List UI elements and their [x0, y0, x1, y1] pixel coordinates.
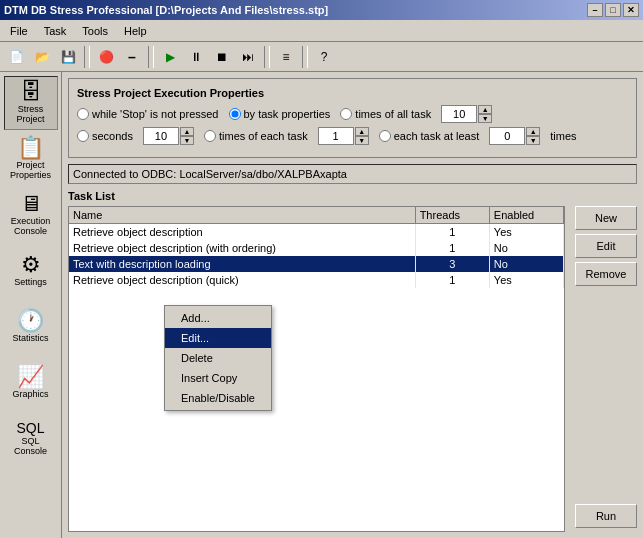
col-enabled-header: Enabled [489, 207, 563, 224]
sidebar-item-execution-console[interactable]: 🖥 Execution Console [4, 188, 58, 242]
tb-separator-2 [148, 46, 154, 68]
sidebar-item-project-properties[interactable]: 📋 Project Properties [4, 132, 58, 186]
context-menu-enable-disable[interactable]: Enable/Disable [165, 388, 271, 408]
radio-by-task-props-label: by task properties [244, 108, 331, 120]
table-row[interactable]: Retrieve object description (quick)1Yes [69, 272, 564, 288]
radio-seconds-input[interactable] [77, 130, 89, 142]
tb-step-button[interactable]: ⏭ [236, 45, 260, 69]
radio-times-each-task[interactable]: times of each task [204, 130, 308, 142]
task-list-container[interactable]: Name Threads Enabled Retrieve object des… [68, 206, 565, 532]
tb-run-button[interactable]: ▶ [158, 45, 182, 69]
tb-separator-1 [84, 46, 90, 68]
execution-properties-section: Stress Project Execution Properties whil… [68, 78, 637, 158]
each-task-at-least-spin: ▲ ▼ [489, 127, 540, 145]
each-task-at-least-spin-down[interactable]: ▼ [526, 136, 540, 145]
radio-while-stop-input[interactable] [77, 108, 89, 120]
table-row[interactable]: Retrieve object description1Yes [69, 224, 564, 241]
task-name-cell: Text with description loading [69, 256, 415, 272]
each-task-at-least-input[interactable] [489, 127, 525, 145]
radio-seconds-label: seconds [92, 130, 133, 142]
times-all-task-spin-down[interactable]: ▼ [478, 114, 492, 123]
sidebar-sql-console-label: SQL Console [7, 437, 55, 457]
radio-while-stop[interactable]: while 'Stop' is not pressed [77, 108, 219, 120]
task-enabled-cell: Yes [489, 224, 563, 241]
right-buttons: New Edit Remove Run [569, 206, 637, 532]
tb-open-button[interactable]: 📂 [30, 45, 54, 69]
radio-by-task-props[interactable]: by task properties [229, 108, 331, 120]
tb-pause-button[interactable]: ⏸ [184, 45, 208, 69]
seconds-spin-btns: ▲ ▼ [180, 127, 194, 145]
times-all-task-spin-up[interactable]: ▲ [478, 105, 492, 114]
status-text: Connected to ODBC: LocalServer/sa/dbo/XA… [73, 168, 347, 180]
radio-times-each-task-input[interactable] [204, 130, 216, 142]
times-each-task-input[interactable] [318, 127, 354, 145]
sidebar-settings-label: Settings [14, 278, 47, 288]
context-menu-add[interactable]: Add... [165, 308, 271, 328]
project-properties-icon: 📋 [17, 137, 44, 159]
col-name-header: Name [69, 207, 415, 224]
tb-stop-button[interactable]: 🔴 [94, 45, 118, 69]
settings-icon: ⚙ [21, 254, 41, 276]
table-row[interactable]: Text with description loading3No [69, 256, 564, 272]
table-header-row: Name Threads Enabled [69, 207, 564, 224]
seconds-input[interactable] [143, 127, 179, 145]
times-each-task-spin-up[interactable]: ▲ [355, 127, 369, 136]
tb-save-button[interactable]: 💾 [56, 45, 80, 69]
content-area: Stress Project Execution Properties whil… [62, 72, 643, 538]
execution-console-icon: 🖥 [20, 193, 42, 215]
sidebar-execution-console-label: Execution Console [7, 217, 55, 237]
tb-help-button[interactable]: ? [312, 45, 336, 69]
task-name-cell: Retrieve object description (with orderi… [69, 240, 415, 256]
menu-file[interactable]: File [4, 23, 34, 39]
sidebar-item-graphics[interactable]: 📈 Graphics [4, 356, 58, 410]
tb-stop2-button[interactable]: ⏹ [210, 45, 234, 69]
sidebar-item-stress-project[interactable]: 🗄 Stress Project [4, 76, 58, 130]
sidebar-stress-project-label: Stress Project [7, 105, 55, 125]
sidebar-item-statistics[interactable]: 🕐 Statistics [4, 300, 58, 354]
context-menu-delete[interactable]: Delete [165, 348, 271, 368]
times-all-task-input[interactable]: 10 [441, 105, 477, 123]
menu-task[interactable]: Task [38, 23, 73, 39]
seconds-spin-up[interactable]: ▲ [180, 127, 194, 136]
context-menu-insert-copy[interactable]: Insert Copy [165, 368, 271, 388]
stress-project-icon: 🗄 [20, 81, 42, 103]
sidebar-item-settings[interactable]: ⚙ Settings [4, 244, 58, 298]
each-task-at-least-spin-up[interactable]: ▲ [526, 127, 540, 136]
menu-help[interactable]: Help [118, 23, 153, 39]
radio-each-task-at-least-input[interactable] [379, 130, 391, 142]
task-and-buttons: Name Threads Enabled Retrieve object des… [68, 206, 637, 532]
each-task-at-least-spin-btns: ▲ ▼ [526, 127, 540, 145]
sidebar-statistics-label: Statistics [12, 334, 48, 344]
times-each-task-spin-down[interactable]: ▼ [355, 136, 369, 145]
tb-minus-button[interactable]: – [120, 45, 144, 69]
times-all-task-spin-btns: ▲ ▼ [478, 105, 492, 123]
radio-times-all-task-input[interactable] [340, 108, 352, 120]
sidebar-item-sql-console[interactable]: SQL SQL Console [4, 412, 58, 466]
title-bar: DTM DB Stress Professional [D:\Projects … [0, 0, 643, 20]
maximize-button[interactable]: □ [605, 3, 621, 17]
menu-tools[interactable]: Tools [76, 23, 114, 39]
sidebar-graphics-label: Graphics [12, 390, 48, 400]
radio-seconds[interactable]: seconds [77, 130, 133, 142]
radio-row-2: seconds ▲ ▼ times of each task ▲ [77, 127, 628, 145]
tb-new-button[interactable]: 📄 [4, 45, 28, 69]
close-button[interactable]: ✕ [623, 3, 639, 17]
seconds-spin-down[interactable]: ▼ [180, 136, 194, 145]
menu-bar: File Task Tools Help [0, 20, 643, 42]
sidebar: 🗄 Stress Project 📋 Project Properties 🖥 … [0, 72, 62, 538]
radio-row-1: while 'Stop' is not pressed by task prop… [77, 105, 628, 123]
table-row[interactable]: Retrieve object description (with orderi… [69, 240, 564, 256]
remove-button[interactable]: Remove [575, 262, 637, 286]
edit-button[interactable]: Edit [575, 234, 637, 258]
minimize-button[interactable]: – [587, 3, 603, 17]
context-menu-edit[interactable]: Edit... [165, 328, 271, 348]
run-button[interactable]: Run [575, 504, 637, 528]
task-threads-cell: 1 [415, 224, 489, 241]
radio-each-task-at-least[interactable]: each task at least [379, 130, 480, 142]
main-layout: 🗄 Stress Project 📋 Project Properties 🖥 … [0, 72, 643, 538]
radio-by-task-props-input[interactable] [229, 108, 241, 120]
tb-list-button[interactable]: ≡ [274, 45, 298, 69]
status-bar: Connected to ODBC: LocalServer/sa/dbo/XA… [68, 164, 637, 184]
new-button[interactable]: New [575, 206, 637, 230]
radio-times-all-task[interactable]: times of all task [340, 108, 431, 120]
